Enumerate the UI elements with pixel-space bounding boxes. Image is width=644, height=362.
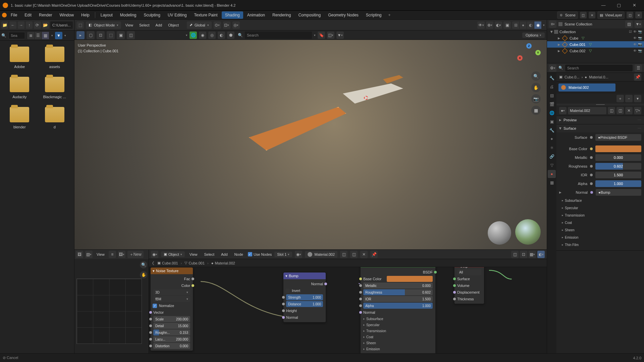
bsdf-group-sheen[interactable]: ▸Sheen <box>361 340 435 346</box>
editor-type-3dview-button[interactable]: ⬚ <box>76 21 84 29</box>
tab-uv-editing[interactable]: UV Editing <box>164 11 190 19</box>
folder-adobe[interactable]: Adobe <box>3 44 36 71</box>
select-tweak-button[interactable]: ▣ <box>117 31 125 39</box>
menu-file[interactable]: File <box>7 11 20 19</box>
bump-distance-field[interactable]: Distance1.000 <box>286 301 323 307</box>
folder-blackmagic[interactable]: Blackmagic ... <box>39 74 71 102</box>
bsdf-group-coat[interactable]: ▸Coat <box>361 334 435 340</box>
viewport-3d[interactable]: User Perspective (1) Collection | Cube.0… <box>74 40 547 249</box>
image-editor-canvas[interactable]: 🔍 ✋ <box>74 259 149 353</box>
editor-type-properties-button[interactable]: ⚙▾ <box>549 64 556 72</box>
viewport-search-input[interactable]: Search <box>245 32 312 39</box>
pivot-button[interactable]: ⊙▾ <box>214 21 221 29</box>
section-specular[interactable]: ▸Specular <box>559 205 641 211</box>
nav-camera-button[interactable]: 📷 <box>531 94 541 104</box>
overlay-button[interactable]: ◐▾ <box>495 21 502 29</box>
outliner-item-cube-002[interactable]: ▶ Cube.002▽ 👁📷 <box>547 48 644 54</box>
node-noise-texture[interactable]: ▾Noise Texture Fac Color 3D▾ fBM▾ ✓Norma… <box>150 267 193 351</box>
editor-type-file-button[interactable]: 📁 <box>1 21 8 29</box>
noise-dimensions-dropdown[interactable]: 3D▾ <box>153 289 190 295</box>
surface-shader-dropdown[interactable]: ● Principled BSDF <box>595 134 641 141</box>
tab-sculpting[interactable]: Sculpting <box>141 11 164 19</box>
noise-detail-field[interactable]: Detail15.000 <box>153 323 190 329</box>
panel-surface-header[interactable]: ▶Surface⋯ <box>556 124 644 132</box>
folder-d[interactable]: d <box>39 104 71 132</box>
normalize-checkbox[interactable]: ✓ <box>153 304 157 308</box>
material-new-button[interactable]: ◫ <box>616 107 624 114</box>
socket-dot-icon[interactable] <box>590 147 593 150</box>
filter-options-dropdown[interactable]: ▾ <box>64 34 66 37</box>
bsdf-ior-field[interactable]: IOR1.500 <box>363 296 433 302</box>
ne-menu-node[interactable]: Node <box>232 252 245 257</box>
display-options-dropdown[interactable]: ▾ <box>51 34 53 37</box>
world-bg-button[interactable]: 🌐 <box>190 32 197 39</box>
socket-dot-icon[interactable] <box>590 156 593 159</box>
section-emission[interactable]: ▸Emission <box>559 234 641 240</box>
scene-delete-button[interactable]: ✕ <box>589 12 595 18</box>
metallic-field[interactable]: 0.000 <box>595 154 641 161</box>
noise-lacunarity-field[interactable]: Lacu...200.000 <box>153 336 190 342</box>
noise-distortion-field[interactable]: Distortion0.000 <box>153 343 190 349</box>
alpha-field[interactable]: 1.000 <box>595 180 641 187</box>
file-grid[interactable]: Adobe assets Audacity Blackmagic ... ble… <box>0 41 74 353</box>
viewlayer-selector[interactable]: ▤ ViewLayer <box>597 11 625 19</box>
navigation-gizmo[interactable]: Z Y X <box>517 43 541 67</box>
nav-up-button[interactable]: ↑ <box>26 21 33 29</box>
vp-menu-object[interactable]: Object <box>166 22 181 28</box>
tab-shading[interactable]: Shading <box>222 11 243 19</box>
window-maximize-button[interactable]: ▢ <box>612 1 626 10</box>
snap-button[interactable]: ⊡▾ <box>223 21 230 29</box>
material-delete-button[interactable]: ✕ <box>360 251 368 258</box>
slot-specials-button[interactable]: ▾ <box>634 95 641 102</box>
nav-forward-button[interactable]: → <box>18 21 24 29</box>
tab-rendering[interactable]: Rendering <box>269 11 294 19</box>
properties-search-input[interactable]: Search <box>565 65 633 71</box>
editor-type-image-button[interactable]: 🖼 <box>76 251 83 258</box>
ior-field[interactable]: 1.500 <box>595 172 641 178</box>
menu-render[interactable]: Render <box>36 11 55 19</box>
shade-rendered-button[interactable]: ◉ <box>534 21 542 29</box>
tab-object-icon[interactable]: ▣ <box>548 118 556 126</box>
menu-help[interactable]: Help <box>78 11 93 19</box>
normal-field[interactable]: ● Bump <box>596 189 641 196</box>
tab-material-icon[interactable]: ● <box>548 170 556 178</box>
ne-menu-select[interactable]: Select <box>202 252 216 257</box>
breadcrumb-object[interactable]: ▣Cube.001 <box>157 261 178 265</box>
tab-world-icon[interactable]: 🌐 <box>548 109 556 117</box>
bump-strength-field[interactable]: Strength1.000 <box>286 294 323 300</box>
display-detail-button[interactable]: ☰ <box>35 32 42 39</box>
use-nodes-checkbox[interactable]: ✓Use Nodes <box>248 252 272 256</box>
node-overlay1-button[interactable]: ◫ <box>511 251 519 258</box>
select-box-button[interactable]: ▢ <box>87 31 95 39</box>
node-principled-bsdf[interactable]: ▾Principled BSDF BSDF Base Color Metalli… <box>360 267 436 353</box>
nav-persp-button[interactable]: ▦ <box>531 106 541 115</box>
noise-roughness-field[interactable]: Roughn...0.153 <box>153 329 190 336</box>
roughness-field[interactable]: 0.602 <box>595 163 641 170</box>
socket-dot-icon[interactable] <box>590 174 593 176</box>
section-thinfilm[interactable]: ▸Thin Film <box>559 242 641 248</box>
window-minimize-button[interactable]: — <box>596 1 610 10</box>
pin-button[interactable]: 📌 <box>634 73 641 81</box>
tab-scene-icon[interactable]: 🎬 <box>548 100 556 108</box>
material-name-field[interactable]: Material.002 <box>305 251 337 258</box>
material-browser-button[interactable]: ◉▾ <box>295 251 302 258</box>
material-browse-button[interactable]: ●▾ <box>559 107 567 114</box>
slot-remove-button[interactable]: － <box>625 95 633 102</box>
blender-icon[interactable] <box>2 13 7 17</box>
noise-scale-field[interactable]: Scale200.000 <box>153 316 190 322</box>
output-target-dropdown[interactable]: All <box>457 269 481 275</box>
nav-back-button[interactable]: ← <box>9 21 16 29</box>
section-sheen[interactable]: ▸Sheen <box>559 227 641 233</box>
tab-scripting[interactable]: Scripting <box>363 11 385 19</box>
outliner-new-collection-button[interactable]: ▤ <box>625 20 633 28</box>
breadcrumb-material[interactable]: ●Material.002 <box>211 261 235 265</box>
outliner-list[interactable]: ▶ Collection ☑👁📷 ▶ Cube▽ 👁📷 ▶ Cube.001▽ … <box>547 28 644 63</box>
tab-data-icon[interactable]: ▽ <box>548 161 556 169</box>
node-canvas[interactable]: ▾Noise Texture Fac Color 3D▾ fBM▾ ✓Norma… <box>149 267 547 353</box>
vp-menu-add[interactable]: Add <box>154 22 164 28</box>
tab-render-icon[interactable]: 🔧 <box>548 74 556 82</box>
material-slot[interactable]: Material.002 <box>558 83 615 92</box>
bsdf-group-specular[interactable]: ▸Specular <box>361 322 435 328</box>
tab-texture-icon[interactable]: ▦ <box>548 179 556 187</box>
material-users-button[interactable]: ◫ <box>608 107 615 114</box>
